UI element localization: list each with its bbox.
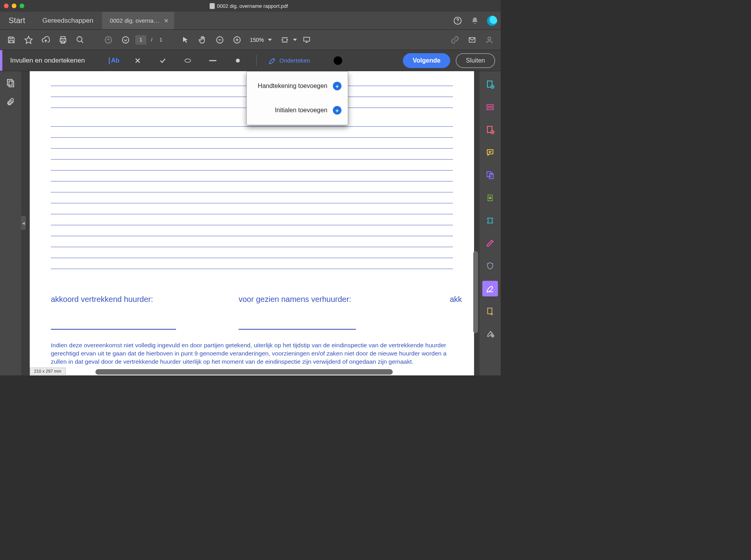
- close-tab-icon[interactable]: ✕: [164, 18, 169, 24]
- fine-print: Indien deze overeenkomst niet volledig i…: [51, 341, 453, 366]
- create-pdf-tool-icon[interactable]: [482, 77, 498, 92]
- signature-row: akkoord vertrekkend huurder: voor gezien…: [51, 295, 453, 330]
- sign-dropdown-menu: Handtekening toevoegen + Initialen toevo…: [246, 71, 348, 125]
- next-button[interactable]: Volgende: [403, 53, 450, 68]
- signature-label-right: akk: [450, 295, 462, 304]
- tab-document[interactable]: 0002 dig. overna… ✕: [102, 12, 174, 29]
- main-toolbar: / 1 150%: [0, 30, 501, 50]
- svg-rect-4: [61, 41, 64, 43]
- chevron-down-icon: [268, 39, 272, 41]
- add-initials-item[interactable]: Initialen toevoegen +: [247, 98, 348, 122]
- sign-tools: |Ab Onderteken: [93, 54, 403, 67]
- hand-tool-icon[interactable]: [195, 32, 210, 47]
- sign-dropdown-button[interactable]: Onderteken: [268, 57, 310, 65]
- svg-rect-14: [304, 37, 309, 41]
- shield-tool-icon[interactable]: [482, 258, 498, 274]
- plus-icon: +: [333, 82, 341, 90]
- maximize-window-icon[interactable]: [20, 4, 24, 8]
- cloud-upload-icon[interactable]: [38, 32, 53, 47]
- account-avatar[interactable]: [483, 12, 501, 29]
- svg-marker-2: [25, 36, 32, 43]
- svg-point-21: [236, 59, 240, 63]
- svg-rect-23: [9, 81, 14, 87]
- page-separator: /: [149, 37, 155, 43]
- svg-rect-38: [488, 195, 492, 201]
- svg-line-6: [81, 41, 83, 43]
- add-signature-item[interactable]: Handtekening toevoegen +: [247, 74, 348, 98]
- add-initials-label: Initialen toevoegen: [275, 107, 327, 114]
- signature-line: [51, 306, 176, 330]
- protect-tool-icon[interactable]: [482, 235, 498, 251]
- svg-point-39: [489, 197, 491, 199]
- fill-sign-bar: Invullen en ondertekenen |Ab Onderteken …: [0, 50, 501, 71]
- fine-print-line: gerechtigd ervan uit te gaan dat de hier…: [51, 350, 453, 358]
- compress-tool-icon[interactable]: [482, 190, 498, 206]
- thumbnails-panel-icon[interactable]: [6, 78, 15, 88]
- color-picker-dot[interactable]: [334, 56, 342, 65]
- link-icon[interactable]: [447, 32, 462, 47]
- close-button[interactable]: Sluiten: [456, 53, 495, 68]
- page-up-icon[interactable]: [101, 32, 116, 47]
- email-icon[interactable]: [465, 32, 480, 47]
- right-tools-rail: [480, 71, 501, 375]
- zoom-value: 150%: [250, 37, 264, 43]
- status-bar-page-size: 210 x 297 mm: [30, 368, 66, 375]
- cross-mark-tool-icon[interactable]: [131, 54, 144, 67]
- more-tools-icon[interactable]: [482, 326, 498, 342]
- combine-tool-icon[interactable]: [482, 99, 498, 115]
- star-icon[interactable]: [21, 32, 36, 47]
- document-canvas[interactable]: ◀ akkoord vertrekkend huurder:: [21, 71, 480, 375]
- vertical-scrollbar[interactable]: [473, 251, 478, 333]
- window-title: 0002 dig. overname rapport.pdf: [24, 3, 473, 9]
- edit-pdf-tool-icon[interactable]: [482, 122, 498, 138]
- svg-point-1: [457, 22, 458, 23]
- fine-print-line: Indien deze overeenkomst niet volledig i…: [51, 341, 453, 350]
- close-window-icon[interactable]: [4, 4, 9, 8]
- profile-icon[interactable]: [482, 32, 497, 47]
- collapse-left-handle[interactable]: ◀: [21, 216, 26, 230]
- zoom-in-icon[interactable]: [230, 32, 244, 47]
- fill-sign-tool-icon[interactable]: [482, 281, 498, 296]
- chevron-down-icon[interactable]: [293, 39, 297, 41]
- text-tool[interactable]: |Ab: [108, 56, 119, 65]
- page-number-input[interactable]: [135, 35, 146, 45]
- window-title-text: 0002 dig. overname rapport.pdf: [217, 3, 288, 9]
- organize-tool-icon[interactable]: [482, 167, 498, 183]
- line-tool-icon[interactable]: [206, 54, 219, 67]
- page-down-icon[interactable]: [118, 32, 133, 47]
- save-icon[interactable]: [4, 32, 19, 47]
- minimize-window-icon[interactable]: [12, 4, 16, 8]
- selection-tool-icon[interactable]: [178, 32, 193, 47]
- tab-tools[interactable]: Gereedschappen: [34, 12, 102, 29]
- window-controls: [4, 4, 24, 8]
- svg-point-16: [488, 37, 490, 39]
- check-mark-tool-icon[interactable]: [156, 54, 169, 67]
- horizontal-scrollbar[interactable]: [95, 369, 393, 375]
- fit-width-icon[interactable]: [277, 32, 292, 47]
- read-mode-icon[interactable]: [299, 32, 314, 47]
- svg-point-8: [122, 36, 129, 43]
- dot-tool-icon[interactable]: [231, 54, 244, 67]
- fine-print-line: zullen in dat geval door de vertrekkende…: [51, 358, 453, 366]
- tab-document-label: 0002 dig. overna…: [110, 17, 160, 24]
- document-icon: [210, 3, 215, 9]
- window-title-bar: 0002 dig. overname rapport.pdf: [0, 0, 501, 12]
- help-icon[interactable]: [449, 12, 466, 29]
- attachments-panel-icon[interactable]: [6, 97, 15, 106]
- tab-start[interactable]: Start: [0, 12, 34, 29]
- redact-tool-icon[interactable]: [482, 213, 498, 228]
- sign-link-label: Onderteken: [279, 57, 310, 64]
- main-area: ◀ akkoord vertrekkend huurder:: [0, 71, 501, 375]
- page-total: 1: [157, 37, 165, 43]
- app-tabs: Start Gereedschappen 0002 dig. overna… ✕: [0, 12, 501, 30]
- svg-rect-22: [7, 79, 12, 85]
- notifications-icon[interactable]: [466, 12, 483, 29]
- circle-tool-icon[interactable]: [181, 54, 194, 67]
- zoom-out-icon[interactable]: [212, 32, 227, 47]
- comment-tool-icon[interactable]: [482, 145, 498, 160]
- search-icon[interactable]: [73, 32, 88, 47]
- zoom-select[interactable]: 150%: [247, 37, 275, 43]
- print-icon[interactable]: [56, 32, 70, 47]
- export-tool-icon[interactable]: [482, 303, 498, 319]
- svg-rect-41: [488, 308, 492, 314]
